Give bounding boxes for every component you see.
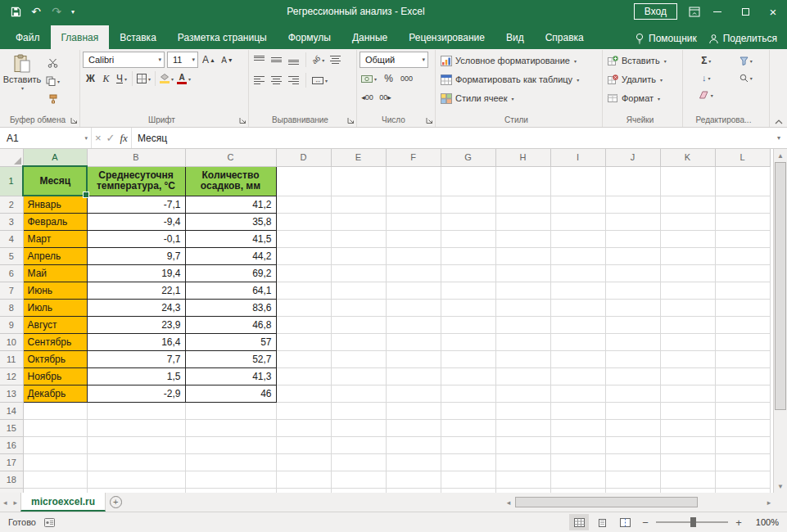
cell-F13[interactable]: [386, 385, 441, 402]
cell-H12[interactable]: [495, 367, 550, 385]
cell-J8[interactable]: [605, 299, 660, 316]
row-header-6[interactable]: 6: [0, 264, 23, 282]
cell-K1[interactable]: [660, 166, 715, 196]
align-center-button[interactable]: [269, 72, 284, 88]
cell-L14[interactable]: [715, 402, 770, 419]
cell-B10[interactable]: 16,4: [87, 333, 185, 350]
cell-D3[interactable]: [276, 213, 331, 230]
cell-D17[interactable]: [276, 453, 331, 471]
cell-I10[interactable]: [550, 333, 605, 350]
row-header-10[interactable]: 10: [0, 333, 23, 350]
increase-decimal-button[interactable]: ◂00: [360, 89, 375, 106]
cell-E6[interactable]: [331, 264, 386, 282]
cell-K11[interactable]: [660, 350, 715, 367]
cell-J18[interactable]: [605, 471, 660, 488]
cell-E16[interactable]: [331, 436, 386, 453]
cell-L13[interactable]: [715, 385, 770, 402]
column-header-J[interactable]: J: [605, 149, 660, 166]
row-header-9[interactable]: 9: [0, 316, 23, 333]
cell-E11[interactable]: [331, 350, 386, 367]
next-sheet-button[interactable]: ▸: [14, 498, 18, 507]
cell-I6[interactable]: [550, 264, 605, 282]
increase-font-button[interactable]: А▲: [201, 52, 217, 68]
cell-K2[interactable]: [660, 196, 715, 213]
cell-K3[interactable]: [660, 213, 715, 230]
decrease-font-button[interactable]: А▼: [219, 52, 235, 68]
cell-H6[interactable]: [495, 264, 550, 282]
cell-D6[interactable]: [276, 264, 331, 282]
cell-G10[interactable]: [441, 333, 495, 350]
cell-C9[interactable]: 46,8: [185, 316, 276, 333]
cell-H17[interactable]: [495, 453, 550, 471]
cell-G12[interactable]: [441, 367, 495, 385]
cell-C15[interactable]: [185, 419, 276, 436]
row-header-16[interactable]: 16: [0, 436, 23, 453]
cell-I1[interactable]: [550, 166, 605, 196]
cell-F17[interactable]: [386, 453, 441, 471]
cell-J2[interactable]: [605, 196, 660, 213]
cell-D18[interactable]: [276, 471, 331, 488]
cell-G13[interactable]: [441, 385, 495, 402]
row-header-5[interactable]: 5: [0, 247, 23, 264]
cell-H19[interactable]: [495, 488, 550, 493]
cell-L11[interactable]: [715, 350, 770, 367]
cell-J17[interactable]: [605, 453, 660, 471]
cell-J3[interactable]: [605, 213, 660, 230]
cell-A17[interactable]: [23, 453, 87, 471]
cell-C13[interactable]: 46: [185, 385, 276, 402]
minimize-button[interactable]: [703, 0, 731, 23]
zoom-slider[interactable]: [656, 516, 728, 528]
cell-G11[interactable]: [441, 350, 495, 367]
cell-L9[interactable]: [715, 316, 770, 333]
cell-B6[interactable]: 19,4: [87, 264, 185, 282]
cell-E9[interactable]: [331, 316, 386, 333]
cell-L19[interactable]: [715, 488, 770, 493]
clear-button[interactable]: ▾: [687, 87, 726, 103]
cell-H15[interactable]: [495, 419, 550, 436]
cell-I11[interactable]: [550, 350, 605, 367]
cell-I5[interactable]: [550, 247, 605, 264]
scroll-right-icon[interactable]: ▸: [762, 498, 776, 507]
tab-home[interactable]: Главная: [51, 25, 110, 49]
cell-I17[interactable]: [550, 453, 605, 471]
cell-G17[interactable]: [441, 453, 495, 471]
login-button[interactable]: Вход: [634, 3, 677, 20]
cell-J9[interactable]: [605, 316, 660, 333]
view-normal-button[interactable]: [569, 514, 589, 530]
row-header-18[interactable]: 18: [0, 471, 23, 488]
cell-E3[interactable]: [331, 213, 386, 230]
tab-review[interactable]: Рецензирование: [398, 25, 495, 49]
percent-format-button[interactable]: %: [381, 70, 396, 87]
cell-F8[interactable]: [386, 299, 441, 316]
font-dialog-launcher[interactable]: [239, 117, 247, 124]
cell-L5[interactable]: [715, 247, 770, 264]
alignment-dialog-launcher[interactable]: [347, 117, 355, 124]
cell-F11[interactable]: [386, 350, 441, 367]
cell-K6[interactable]: [660, 264, 715, 282]
cell-F15[interactable]: [386, 419, 441, 436]
cell-B4[interactable]: -0,1: [87, 230, 185, 247]
cell-L10[interactable]: [715, 333, 770, 350]
cell-G9[interactable]: [441, 316, 495, 333]
cell-G4[interactable]: [441, 230, 495, 247]
cell-J16[interactable]: [605, 436, 660, 453]
cell-I2[interactable]: [550, 196, 605, 213]
row-header-1[interactable]: 1: [0, 166, 23, 196]
cell-L2[interactable]: [715, 196, 770, 213]
cell-A1[interactable]: Месяц: [23, 166, 87, 196]
cell-I13[interactable]: [550, 385, 605, 402]
share-tab[interactable]: Поделиться: [708, 33, 777, 44]
cell-A6[interactable]: Май: [23, 264, 87, 282]
cell-L8[interactable]: [715, 299, 770, 316]
cell-L3[interactable]: [715, 213, 770, 230]
cell-J11[interactable]: [605, 350, 660, 367]
cell-B1[interactable]: Среднесуточня температура, °С: [87, 166, 185, 196]
vertical-scrollbar[interactable]: ▲ ▼: [773, 149, 787, 493]
cell-E10[interactable]: [331, 333, 386, 350]
cell-C11[interactable]: 52,7: [185, 350, 276, 367]
hscroll-track[interactable]: [515, 496, 762, 508]
cell-A2[interactable]: Январь: [23, 196, 87, 213]
cell-G16[interactable]: [441, 436, 495, 453]
column-header-K[interactable]: K: [660, 149, 715, 166]
cell-F1[interactable]: [386, 166, 441, 196]
